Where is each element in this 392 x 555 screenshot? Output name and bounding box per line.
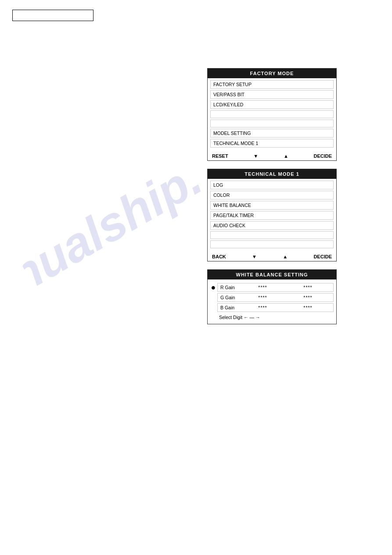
factory-mode-panel: FACTORY MODE FACTORY SETUP VER/PASS BIT … [207, 68, 337, 161]
technical-mode1-body: LOG COLOR WHITE BALANCE PAGE/TALK TIMER … [208, 179, 336, 252]
wb-r-gain-label: R Gain [220, 285, 240, 290]
technical-mode1-panel: TECHNICAL MODE 1 LOG COLOR WHITE BALANCE… [207, 169, 337, 261]
white-balance-panel: WHITE BALANCE SETTING ● R Gain **** ****… [207, 269, 337, 324]
factory-mode-item-1[interactable]: VER/PASS BIT [210, 90, 334, 99]
select-digit-label: Select Digit [219, 315, 242, 320]
tech-item-color[interactable]: COLOR [210, 191, 334, 200]
wb-r-gain-val2[interactable]: **** [285, 285, 331, 290]
top-border-box [12, 10, 94, 21]
wb-g-gain-val2[interactable]: **** [285, 295, 331, 300]
select-digit-row: Select Digit ← — → [210, 313, 334, 321]
wb-b-gain-val2[interactable]: **** [285, 305, 331, 310]
factory-mode-footer: RESET ▼ ▲ DECIDE [208, 152, 336, 160]
tech-item-audio-check[interactable]: AUDIO CHECK [210, 221, 334, 230]
factory-mode-item-0[interactable]: FACTORY SETUP [210, 80, 334, 89]
tech-item-page-talk-timer[interactable]: PAGE/TALK TIMER [210, 211, 334, 220]
factory-down-button[interactable]: ▼ [253, 153, 258, 159]
tech-up-button[interactable]: ▲ [283, 254, 288, 259]
wb-b-gain-label: B Gain [220, 305, 240, 310]
tech-item-white-balance[interactable]: WHITE BALANCE [210, 201, 334, 210]
tech-down-button[interactable]: ▼ [252, 254, 257, 259]
wb-g-gain-wrapper: G Gain **** **** [210, 293, 334, 302]
factory-mode-header: FACTORY MODE [208, 69, 336, 78]
select-digit-left-arrow[interactable]: ← [244, 315, 249, 320]
wb-g-gain-val1[interactable]: **** [240, 295, 285, 300]
white-balance-header: WHITE BALANCE SETTING [208, 270, 336, 279]
white-balance-body: ● R Gain **** **** G Gain **** **** [208, 279, 336, 324]
wb-r-gain-val1[interactable]: **** [240, 285, 285, 290]
select-digit-dash: — [249, 315, 254, 320]
factory-mode-item-2[interactable]: LCD/KEY/LED [210, 100, 334, 109]
wb-r-gain-row: R Gain **** **** [217, 283, 334, 292]
technical-mode1-header: TECHNICAL MODE 1 [208, 169, 336, 179]
factory-mode-item-3 [210, 110, 334, 118]
tech-item-log[interactable]: LOG [210, 181, 334, 189]
tech-decide-button[interactable]: DECIDE [313, 254, 332, 259]
wb-g-gain-row: G Gain **** **** [217, 293, 334, 302]
wb-b-gain-val1[interactable]: **** [240, 305, 285, 310]
technical-mode1-footer: BACK ▼ ▲ DECIDE [208, 252, 336, 261]
factory-reset-button[interactable]: RESET [212, 153, 228, 159]
factory-decide-button[interactable]: DECIDE [313, 153, 332, 159]
panels-area: FACTORY MODE FACTORY SETUP VER/PASS BIT … [207, 68, 337, 332]
wb-r-gain-wrapper: ● R Gain **** **** [210, 283, 334, 292]
factory-mode-item-5[interactable]: MODEL SETTING [210, 129, 334, 138]
factory-mode-item-6[interactable]: TECHNICAL MODE 1 [210, 139, 334, 148]
tech-item-empty1 [210, 231, 334, 239]
factory-mode-body: FACTORY SETUP VER/PASS BIT LCD/KEY/LED M… [208, 78, 336, 152]
tech-item-empty2 [210, 240, 334, 248]
wb-bullet: ● [210, 283, 216, 291]
tech-back-button[interactable]: BACK [212, 254, 226, 259]
wb-b-gain-wrapper: B Gain **** **** [210, 303, 334, 312]
factory-mode-item-4 [210, 120, 334, 127]
factory-up-button[interactable]: ▲ [284, 153, 288, 159]
wb-g-gain-label: G Gain [220, 295, 240, 300]
select-digit-right-arrow[interactable]: → [255, 315, 260, 320]
wb-b-gain-row: B Gain **** **** [217, 303, 334, 312]
